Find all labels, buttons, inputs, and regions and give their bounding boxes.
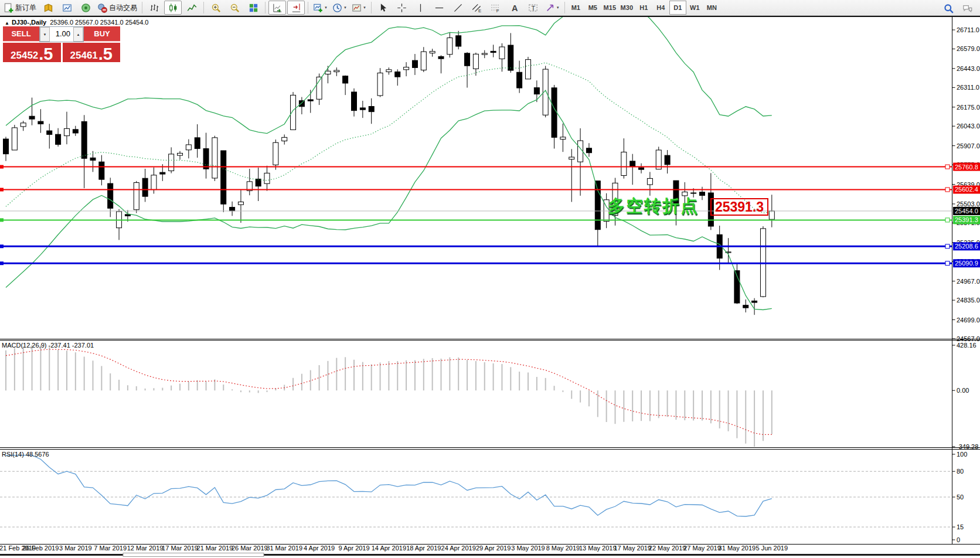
new-chart-button[interactable]: ▼: [311, 1, 329, 15]
chat-button[interactable]: [958, 1, 976, 15]
vline-button[interactable]: [412, 1, 430, 15]
line-chart-icon: [187, 3, 197, 13]
date-label: 13 May 2019: [579, 545, 617, 552]
autotrade-icon: [97, 3, 107, 13]
template-button[interactable]: ▼: [350, 1, 368, 15]
bar-chart-button[interactable]: [145, 1, 163, 15]
candle: [526, 60, 531, 79]
horizontal-line-anchor[interactable]: [0, 165, 4, 169]
sound-button[interactable]: [77, 1, 94, 15]
date-label: 5 Jun 2019: [756, 545, 788, 552]
horizontal-line-anchor[interactable]: [0, 188, 4, 191]
chart-canvas[interactable]: 26711.026579.026443.026311.026175.026043…: [0, 17, 980, 558]
crosshair-button[interactable]: [393, 1, 411, 15]
symbol-name: DJ30-,Daily: [12, 19, 46, 26]
candle: [195, 138, 200, 149]
scrollbar-thumb[interactable]: [123, 553, 264, 557]
candle: [665, 155, 670, 165]
price-line-label-text: 25602.4: [955, 186, 978, 193]
buy-price[interactable]: 25461 .5: [63, 43, 121, 62]
period-button[interactable]: ▼: [331, 1, 349, 15]
chart-annotation-text[interactable]: 多空转折点: [608, 195, 699, 218]
candle-chart-button[interactable]: [164, 1, 182, 15]
candle: [508, 45, 513, 70]
horizontal-line-anchor[interactable]: [0, 244, 4, 248]
timeframe-h1-button[interactable]: H1: [635, 1, 652, 15]
label-icon: T: [528, 3, 538, 13]
zoom-out-button[interactable]: [226, 1, 243, 15]
timeframe-w1-button[interactable]: W1: [686, 1, 703, 15]
candle: [186, 145, 191, 150]
collapse-panel-icon[interactable]: ▲: [5, 21, 9, 26]
date-label: 29 Apr 2019: [476, 545, 511, 552]
horizontal-line-anchor[interactable]: [0, 261, 4, 265]
rsi-axis-label: 50: [957, 494, 964, 501]
price-axis-label: 24967.0: [957, 278, 980, 285]
candle: [169, 154, 174, 171]
chevron-down-icon[interactable]: ▼: [363, 6, 366, 9]
candle: [56, 134, 61, 144]
zoom-in-icon: [211, 3, 221, 13]
zoom-out-icon: [230, 3, 240, 13]
candle: [447, 38, 452, 55]
timeframe-d1-button[interactable]: D1: [669, 1, 686, 15]
candle: [12, 128, 17, 150]
toolbar-separator: [564, 2, 565, 13]
candle: [552, 88, 557, 138]
data-window-button[interactable]: [58, 1, 76, 15]
macd-axis-label: 0.00: [957, 387, 969, 394]
timeframe-mn-button[interactable]: MN: [703, 1, 720, 15]
fibo-button[interactable]: F: [487, 1, 505, 15]
timeframe-m15-button[interactable]: M15: [601, 1, 618, 15]
timeframe-m5-button[interactable]: M5: [584, 1, 601, 15]
buy-button[interactable]: BUY: [84, 26, 120, 42]
timeframe-m30-button[interactable]: M30: [618, 1, 635, 15]
timeframe-m1-button[interactable]: M1: [567, 1, 584, 15]
auto-scroll-button[interactable]: [268, 1, 286, 15]
rsi-axis-label: 100: [957, 451, 967, 458]
new-order-button[interactable]: 新订单: [2, 1, 38, 15]
volume-down-button[interactable]: ▼: [40, 27, 50, 42]
candle: [230, 207, 235, 211]
mt4-window: 新订单自动交易▼▼▼EFAT▼M1M5M15M30H1H4D1W1MN 2671…: [0, 0, 980, 558]
chevron-down-icon[interactable]: ▼: [556, 6, 560, 9]
bollinger-upper-band: [6, 17, 772, 134]
horizontal-line-anchor[interactable]: [0, 218, 4, 222]
cursor-button[interactable]: [375, 1, 392, 15]
candle: [491, 51, 496, 52]
directory-button[interactable]: [39, 1, 57, 15]
rsi-line: [6, 455, 772, 516]
tile-windows-button[interactable]: [244, 1, 262, 15]
candle: [430, 52, 435, 53]
timeframe-h4-button[interactable]: H4: [652, 1, 669, 15]
volume-up-button[interactable]: ▲: [73, 27, 83, 42]
price-axis-label: 25907.0: [957, 142, 980, 149]
chevron-down-icon[interactable]: ▼: [324, 6, 328, 9]
volume-spinner: ▼ 1.00 ▲: [39, 26, 84, 42]
text-button[interactable]: A: [506, 1, 523, 15]
title-ohlc: 25396.0 25567.0 25341.0 25454.0: [50, 19, 148, 26]
candle: [282, 137, 287, 141]
channel-button[interactable]: E: [468, 1, 486, 15]
volume-input[interactable]: 1.00: [50, 27, 73, 42]
shapes-button[interactable]: ▼: [543, 1, 562, 15]
vline-icon: [416, 3, 426, 13]
chart-shift-button[interactable]: [287, 1, 305, 15]
trendline-button[interactable]: [450, 1, 467, 15]
sell-button[interactable]: SELL: [3, 26, 39, 42]
search-button[interactable]: [940, 1, 957, 15]
price-line-label-text: 25208.6: [955, 243, 978, 250]
candle: [343, 76, 348, 83]
price-line-label-text: 25760.8: [955, 164, 978, 171]
candle: [700, 192, 705, 196]
date-label: 24 Apr 2019: [441, 545, 476, 552]
sell-price[interactable]: 25452 .5: [3, 43, 61, 62]
label-button[interactable]: T: [525, 1, 542, 15]
autotrade-button[interactable]: 自动交易: [96, 1, 139, 15]
price-axis-label: 26311.0: [957, 84, 979, 91]
zoom-in-button[interactable]: [207, 1, 224, 15]
chart-annotation-value[interactable]: 25391.3: [710, 198, 768, 216]
line-chart-button[interactable]: [183, 1, 200, 15]
hline-button[interactable]: [431, 1, 448, 15]
chevron-down-icon[interactable]: ▼: [343, 6, 347, 9]
